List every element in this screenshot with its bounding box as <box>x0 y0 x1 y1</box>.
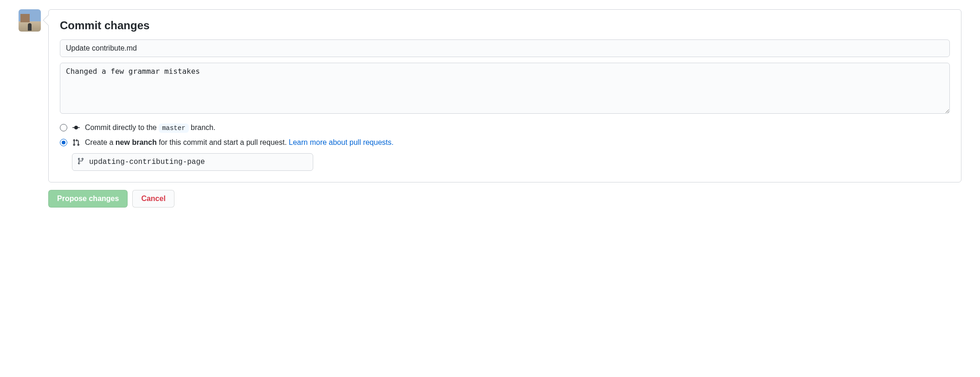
learn-more-link[interactable]: Learn more about pull requests. <box>289 138 393 146</box>
panel-title: Commit changes <box>60 19 950 32</box>
commit-new-branch-label: Create a new branch for this commit and … <box>85 138 393 147</box>
radio-unchecked[interactable] <box>60 124 67 131</box>
git-commit-icon <box>72 124 80 132</box>
commit-summary-input[interactable] <box>60 39 950 57</box>
commit-new-branch-option[interactable]: Create a new branch for this commit and … <box>60 138 950 147</box>
git-pull-request-icon <box>72 138 80 147</box>
commit-direct-option[interactable]: Commit directly to the master branch. <box>60 124 950 132</box>
user-avatar <box>19 9 41 32</box>
propose-changes-button[interactable]: Propose changes <box>48 190 128 208</box>
commit-direct-label: Commit directly to the master branch. <box>85 124 215 132</box>
radio-checked[interactable] <box>60 139 67 146</box>
cancel-button[interactable]: Cancel <box>132 190 174 208</box>
commit-description-textarea[interactable]: Changed a few grammar mistakes <box>60 63 950 114</box>
branch-code-tag: master <box>159 124 188 133</box>
branch-name-input[interactable] <box>72 153 313 171</box>
commit-changes-panel: Commit changes Changed a few grammar mis… <box>48 9 961 182</box>
